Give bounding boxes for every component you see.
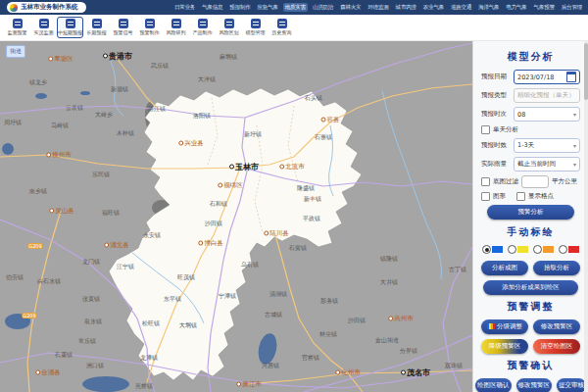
place-marker [264, 230, 269, 235]
calendar-icon[interactable] [566, 72, 576, 82]
warning-confirm-button[interactable]: 绘图区确认 [475, 378, 512, 392]
chevron-down-icon: ▾ [573, 142, 576, 149]
module-tab[interactable]: 风险研判 [163, 17, 189, 38]
map-label-town: 龙门镇 [82, 258, 100, 267]
forecast-time-select[interactable]: 08 ▾ [514, 107, 580, 122]
map-label-town: 宁潭镇 [219, 292, 236, 301]
module-tab-label: 风险区划 [220, 29, 239, 35]
map-label-county: 北流市 [279, 163, 305, 172]
module-tab[interactable]: 模型管理 [242, 17, 269, 38]
single-day-checkbox[interactable] [481, 125, 490, 134]
topnav-item[interactable]: 森林火灾 [338, 3, 363, 12]
manual-plot-button[interactable]: 分析成图 [481, 261, 528, 275]
map-label-town: 永安镇 [143, 231, 161, 240]
topnav-item[interactable]: 气象信息 [200, 3, 224, 12]
topnav-item[interactable]: 山洪防治 [311, 3, 335, 12]
plot-color-option[interactable] [533, 245, 554, 254]
topnav-item[interactable]: 气象预警 [532, 3, 557, 12]
map-label-town: 常乐镇 [78, 337, 96, 346]
module-tab[interactable]: 产品制作 [189, 17, 216, 38]
color-swatch [517, 246, 528, 253]
topnav-item[interactable]: 预报制作 [227, 3, 252, 12]
color-radio[interactable] [508, 245, 516, 254]
show-grid-checkbox[interactable] [516, 192, 525, 201]
map-graphics [0, 41, 472, 392]
map-label-town: 周圩镇 [4, 119, 22, 127]
scrollbar-thumb[interactable] [584, 43, 588, 100]
module-tab[interactable]: 预警制作 [136, 17, 163, 38]
topnav-item[interactable]: 应急气象 [256, 3, 280, 12]
map-label-town: 张黄镇 [82, 295, 100, 304]
module-icon [224, 19, 234, 28]
topnav-item[interactable]: 后台管理 [560, 3, 584, 12]
module-tab[interactable]: 实况监测 [30, 17, 57, 38]
road-number-badge: G209 [27, 243, 42, 249]
module-icon [277, 19, 287, 28]
module-tab[interactable]: 历史查询 [269, 17, 295, 38]
map-label-county: 高州市 [388, 315, 414, 323]
map-label-town: 石和镇 [210, 200, 227, 209]
topnav-item[interactable]: 环境监测 [366, 3, 390, 12]
road-number-badge: G209 [22, 313, 36, 318]
module-tab[interactable]: 监测预警 [4, 17, 30, 38]
color-radio[interactable] [482, 245, 491, 254]
validity-label: 预报时效 [481, 141, 511, 150]
analysis-panel: 模型分析 预报日期 2023/07/18 预报类型 精细化预报（单天） 预报时次… [472, 41, 588, 392]
map-label-town: 福旺镇 [102, 209, 120, 218]
module-icon [119, 19, 128, 28]
warning-adjust-button[interactable]: 修改预警区 [533, 319, 580, 334]
overlay-result-button[interactable]: 添加分析成果到绘区 [483, 280, 578, 295]
map-label-town: 亮桥镇 [135, 382, 153, 391]
map-label-town: 新塘镇 [111, 85, 128, 94]
map-label-town: 观珠镇 [445, 362, 463, 370]
area-threshold-input[interactable] [521, 175, 549, 188]
map-label-town: 白石水镇 [37, 277, 61, 286]
topnav-item[interactable]: 农业气象 [421, 3, 446, 12]
forecast-type-label: 预报类型 [481, 91, 511, 100]
topnav-item[interactable]: 城市内涝 [394, 3, 418, 12]
module-tab[interactable]: 风险区划 [216, 17, 242, 38]
forecast-date-value: 2023/07/18 [517, 74, 554, 81]
map-canvas[interactable]: 覃塘区贵港市武乐镇麻垌镇镇龙乡新塘镇大洋镇云表镇大岭乡周圩镇马岭镇木梓镇横州市乐… [0, 41, 472, 392]
map-label-town: 古丁镇 [449, 266, 466, 274]
basemap-filter-checkbox[interactable] [481, 177, 490, 186]
module-tab[interactable]: 预警信号 [110, 17, 136, 38]
manual-plot-button[interactable]: 拾取分析 [533, 261, 580, 275]
forecast-date-input[interactable]: 2023/07/18 [514, 70, 580, 84]
color-radio[interactable] [559, 245, 567, 254]
map-label-town: 大岭乡 [95, 111, 113, 120]
map-label-county: 覃塘区 [48, 55, 74, 64]
warning-confirm-button[interactable]: 提交审核 [557, 378, 586, 392]
plot-color-option[interactable] [482, 245, 503, 254]
warning-analysis-button[interactable]: 预警分析 [487, 205, 574, 220]
map-label-county: 容县 [321, 116, 340, 124]
module-tab-label: 长期预报 [87, 29, 107, 35]
map-label-town: 平政镇 [303, 215, 320, 223]
chevron-down-icon: ▾ [573, 161, 576, 168]
warning-adjust-button[interactable]: 降级预警区 [481, 339, 528, 354]
color-swatch [568, 246, 579, 253]
map-label-county: 陆川县 [264, 229, 289, 238]
module-tab[interactable]: 中短期预报 [57, 17, 83, 38]
topnav-item[interactable]: 日常业务 [172, 3, 197, 12]
color-radio[interactable] [533, 245, 542, 254]
validity-select[interactable]: 1-3天 ▾ [514, 138, 580, 153]
warning-adjust-button[interactable]: 分级调整 [481, 319, 528, 334]
module-tab[interactable]: 长期预报 [83, 17, 110, 38]
plot-color-option[interactable] [508, 245, 528, 254]
plot-color-option[interactable] [559, 245, 579, 254]
topnav-item[interactable]: 道路交通 [449, 3, 473, 12]
graphic-checkbox[interactable] [481, 192, 490, 201]
color-swatch [543, 246, 554, 253]
topnav-item[interactable]: 地质灾害 [283, 3, 308, 12]
topnav-item[interactable]: 电力气象 [504, 3, 528, 12]
map-label-county: 博白县 [198, 239, 223, 248]
module-icon [145, 19, 155, 28]
warning-confirm-button[interactable]: 修改预警区 [516, 378, 553, 392]
map-layer-badge[interactable]: 街道 [6, 45, 25, 58]
topnav-item[interactable]: 海洋气象 [476, 3, 501, 12]
warning-adjust-button[interactable]: 清空绘图区 [533, 339, 580, 354]
color-swatch [492, 246, 503, 253]
actual-rain-select[interactable]: 截止当前时间 ▾ [514, 157, 580, 172]
graphic-label: 图形 [493, 192, 506, 201]
